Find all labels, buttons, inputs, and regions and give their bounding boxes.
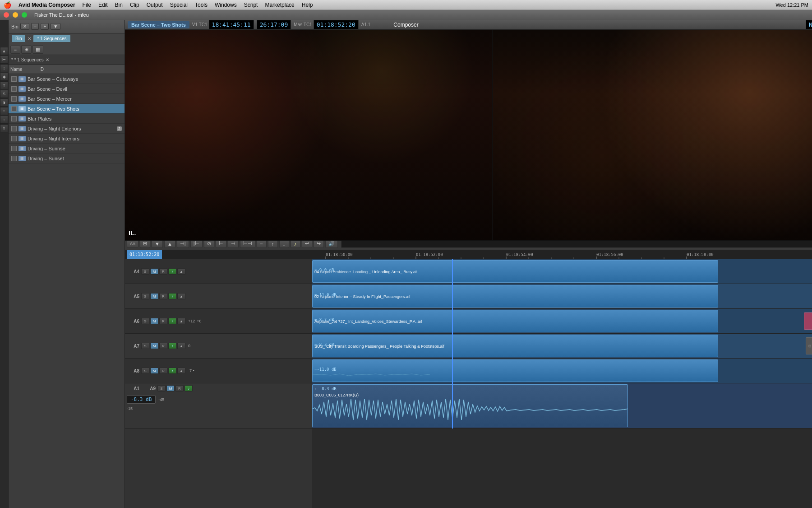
bin-menu-btn[interactable]: ▼ [51,23,60,30]
bin-item-5[interactable]: ▦ Driving – Night Exteriors 2 [9,124,125,134]
checkbox-4[interactable] [11,116,17,121]
track-rec-a6[interactable]: R [159,318,167,324]
track-monitor-a5[interactable]: ♪ [168,293,176,299]
track-rec-a9[interactable]: R [175,385,184,391]
tool-smart[interactable]: S [0,90,8,98]
track-mute-a7[interactable]: M [150,343,158,349]
track-rec-a8[interactable]: R [159,368,167,374]
close-button[interactable] [4,12,9,18]
tool-lift[interactable]: ↑ [0,116,8,124]
track-monitor-a6[interactable]: ♪ [168,318,176,324]
bin-item-3[interactable]: ▦ Bar Scene – Two Shots [9,104,125,114]
track-monitor-a7[interactable]: ♪ [168,343,176,349]
clip-a4[interactable]: =-9.0 dB 04 Airport Ambience -Loading _ … [312,260,718,283]
tool-fade[interactable]: ◗ [0,98,8,107]
track-expand-a7[interactable]: ▲ [177,343,185,349]
bin-item-1[interactable]: ▦ Bar Scene – Devil [9,84,125,94]
seq-close-btn[interactable]: ✕ [46,57,49,62]
tool-effect[interactable]: ◆ [0,73,8,81]
bin-tab-close[interactable]: ✕ [28,36,31,41]
track-solo-a5[interactable]: S [141,293,149,299]
checkbox-5[interactable] [11,126,17,131]
maximize-button[interactable] [22,12,27,18]
bin-add-btn[interactable]: + [41,23,49,30]
scrubber-bar[interactable] [125,240,812,241]
track-expand-a4[interactable]: ▲ [177,268,185,275]
track-row-a5[interactable]: =-11.0 dB 02 Airplane Interior – Steady … [312,284,812,309]
bin-tab-sequences[interactable]: * 1 Sequences [33,35,70,42]
track-solo-a8[interactable]: S [141,368,149,374]
bin-item-2[interactable]: ▦ Bar Scene – Mercer [9,94,125,104]
track-monitor-a9[interactable]: ♪ [185,385,193,391]
track-row-a4[interactable]: =-9.0 dB 04 Airport Ambience -Loading _ … [312,259,812,284]
menu-output[interactable]: Output [147,2,163,8]
bin-settings-btn[interactable]: – [31,23,39,30]
tool-extract[interactable]: ⇑ [0,124,8,132]
bin-close-btn[interactable]: ✕ [20,23,29,30]
tool-ts[interactable]: T [0,81,8,89]
tool-add[interactable]: + [0,107,8,115]
track-row-a8[interactable]: =-11.0 dB [312,359,812,383]
track-row-a9[interactable]: ☆ -8.3 dB B003_C005_0127RK(G) [312,383,812,429]
menu-tools[interactable]: Tools [195,2,208,8]
track-mute-a8[interactable]: M [150,368,158,374]
bin-tab-bin[interactable]: Bin [11,35,26,42]
track-rec-a4[interactable]: R [159,268,167,275]
clip-a8[interactable]: =-11.0 dB [312,359,718,382]
tool-trim[interactable]: ⊢ [0,56,8,64]
menu-avid[interactable]: Avid Media Composer [18,2,75,8]
checkbox-1[interactable] [11,86,17,92]
track-mute-a5[interactable]: M [150,293,158,299]
track-row-a7[interactable]: =-8.3 dB SUS_ City Transit Boarding Pass… [312,334,812,359]
tl-zoom-out-btn[interactable]: AA [127,240,138,247]
bin-view-icon[interactable]: ⊞ [21,45,32,54]
menu-file[interactable]: File [83,2,91,8]
bin-item-6[interactable]: ▦ Driving – Night Interiors [9,134,125,144]
timeline-ruler[interactable]: 01:18:50:00 01:18:52:00 01:18:54:00 01:1… [312,250,812,259]
checkbox-2[interactable] [11,96,17,102]
track-solo-a7[interactable]: S [141,343,149,349]
menu-edit[interactable]: Edit [98,2,108,8]
track-mute-a6[interactable]: M [150,318,158,324]
apple-menu[interactable]: 🍎 [4,1,11,9]
checkbox-6[interactable] [11,136,17,141]
menu-bin[interactable]: Bin [115,2,123,8]
clip-a9[interactable]: ☆ -8.3 dB B003_C005_0127RK(G) [312,384,628,427]
track-monitor-a8[interactable]: ♪ [168,368,176,374]
track-solo-a6[interactable]: S [141,318,149,324]
tool-move[interactable]: ↕ [0,64,8,72]
track-rec-a5[interactable]: R [159,293,167,299]
bin-item-8[interactable]: ▦ Driving – Sunset [9,154,125,163]
menu-windows[interactable]: Windows [215,2,237,8]
bin-item-7[interactable]: ▦ Driving – Sunrise [9,144,125,154]
checkbox-3[interactable] [11,106,17,112]
composer-bin-label[interactable]: Bar Scene – Two Shots [128,21,189,28]
bin-item-4[interactable]: ▦ Blur Plates [9,114,125,124]
menu-script[interactable]: Script [244,2,258,8]
track-area[interactable]: 01:18:50:00 01:18:52:00 01:18:54:00 01:1… [312,250,812,508]
track-solo-a9[interactable]: S [157,385,166,391]
checkbox-0[interactable] [11,76,17,82]
bin-view-text[interactable]: ≡ [10,46,20,54]
source-monitor[interactable]: IL. [125,30,493,240]
track-expand-a8[interactable]: ▲ [177,368,185,374]
clip-a7[interactable]: =-8.3 dB SUS_ City Transit Boarding Pass… [312,335,718,357]
track-monitor-a4[interactable]: ♪ [168,268,176,275]
track-expand-a5[interactable]: ▲ [177,293,185,299]
track-rec-a7[interactable]: R [159,343,167,349]
menu-marketplace[interactable]: Marketplace [265,2,294,8]
menu-special[interactable]: Special [170,2,188,8]
bin-view-frame[interactable]: ▦ [32,45,43,54]
clip-a5[interactable]: =-11.0 dB 02 Airplane Interior – Steady … [312,285,718,308]
tool-select[interactable]: ▲ [0,47,8,55]
menu-help[interactable]: Help [302,2,313,8]
menu-clip[interactable]: Clip [130,2,139,8]
record-monitor[interactable] [493,30,812,240]
clip-a6[interactable]: =-8.7 dB Airplane_Jet 727_ Int_Landing_V… [312,310,718,332]
checkbox-7[interactable] [11,146,17,151]
bin-item-0[interactable]: ▦ Bar Scene – Cutaways [9,74,125,84]
checkbox-8[interactable] [11,156,17,161]
track-mute-a4[interactable]: M [150,268,158,275]
minimize-button[interactable] [13,12,18,18]
track-mute-a9[interactable]: M [166,385,175,391]
